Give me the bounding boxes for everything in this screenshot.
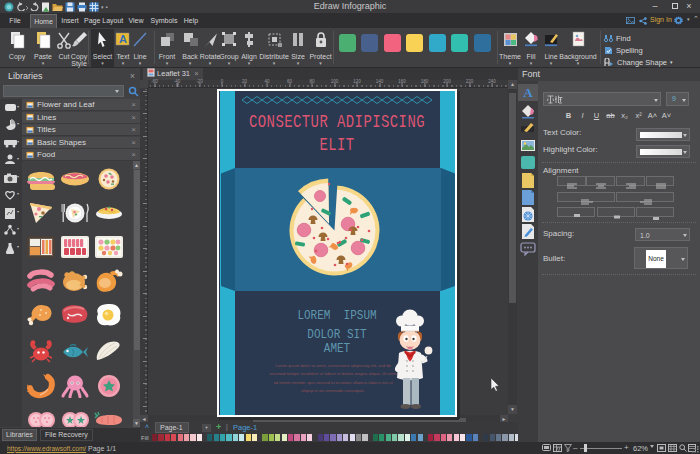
svg-text:A: A bbox=[119, 33, 127, 45]
svg-text:A: A bbox=[523, 85, 533, 100]
